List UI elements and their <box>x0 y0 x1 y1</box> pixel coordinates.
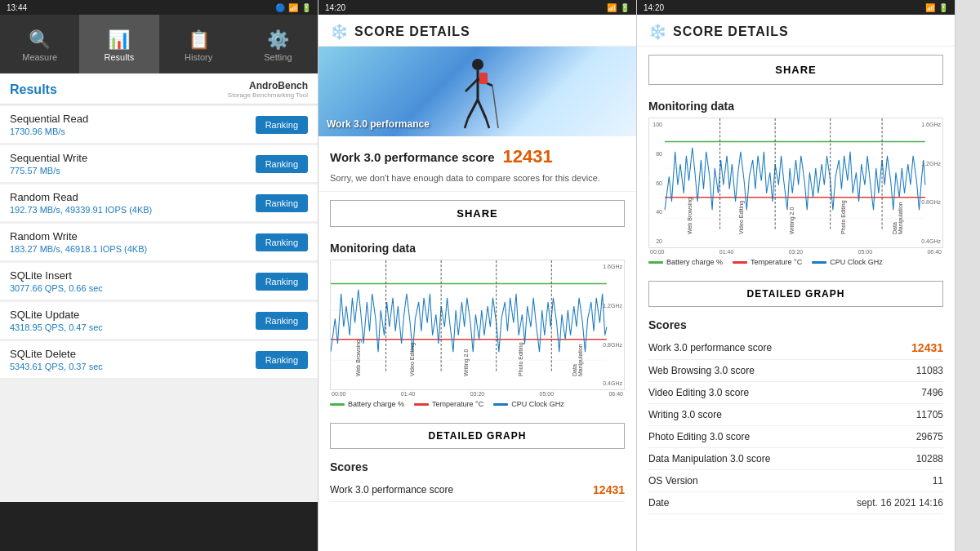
time-3: 14:20 <box>644 3 664 12</box>
score-row: OS Version 11 <box>648 470 943 492</box>
score-row: Work 3.0 performance score 12431 <box>648 336 943 360</box>
status-icons-3: 📶 🔋 <box>925 3 948 12</box>
result-value: 1730.96 MB/s <box>10 127 88 136</box>
result-value: 5343.61 QPS, 0.37 sec <box>10 362 103 371</box>
result-name: SQLite Insert <box>10 269 103 282</box>
chart-legend-3: Battery charge % Temperature °C CPU Cloc… <box>648 258 943 266</box>
results-list: Results AndroBench Storage Benchmarking … <box>0 73 318 502</box>
scores-section-3: Scores Work 3.0 performance score 12431 … <box>637 313 955 519</box>
score-header-text-2: SCORE DETAILS <box>354 24 470 39</box>
ranking-button[interactable]: Ranking <box>256 312 308 330</box>
nav-item-setting[interactable]: ⚙️Setting <box>238 15 318 73</box>
vline-labels-2: Web Browsing Video Editing Writing 2.0 P… <box>331 331 608 376</box>
monitoring-title-2: Monitoring data <box>330 242 625 255</box>
results-title: Results <box>10 82 57 97</box>
score-row-label: Photo Editing 3.0 score <box>648 431 750 442</box>
ranking-button[interactable]: Ranking <box>256 351 308 369</box>
result-name: Sequential Read <box>10 113 88 125</box>
status-bar-2: 14:20 📶 🔋 <box>318 0 636 15</box>
monitoring-section-3: Monitoring data 100 80 60 40 20 <box>637 93 955 274</box>
score-row-value: 10288 <box>916 453 943 464</box>
score-row-label: OS Version <box>648 475 698 487</box>
phone-1: 13:44 🔵 📶 🔋 🔍Measure📊Results📋History⚙️Se… <box>0 0 318 551</box>
monitoring-title-3: Monitoring data <box>648 100 943 113</box>
score-header-2: ❄️ SCORE DETAILS <box>318 15 636 47</box>
share-button-2[interactable]: SHARE <box>330 200 625 227</box>
share-button-3[interactable]: SHARE <box>648 55 943 85</box>
ranking-button[interactable]: Ranking <box>256 273 308 291</box>
chart-yaxis-left-3: 100 80 60 40 20 <box>649 118 662 247</box>
result-name: SQLite Delete <box>10 348 103 360</box>
score-section-2: Work 3.0 performance score 12431 Sorry, … <box>318 136 636 192</box>
work-score-value-2: 12431 <box>593 483 625 496</box>
status-bar-3: 14:20 📶 🔋 <box>637 0 955 15</box>
svg-line-4 <box>468 100 478 118</box>
monitoring-section-2: Monitoring data <box>318 235 636 416</box>
result-name: SQLite Update <box>10 309 103 321</box>
chart-legend-2: Battery charge % Temperature °C CPU Cloc… <box>330 400 625 408</box>
score-number-2: 12431 <box>502 146 552 167</box>
ranking-button[interactable]: Ranking <box>256 155 308 173</box>
score-row-label: Writing 3.0 score <box>648 409 722 420</box>
result-name: Sequential Write <box>10 152 87 164</box>
score-row: Video Editing 3.0 score 7496 <box>648 382 943 404</box>
phone-2: 14:20 📶 🔋 ❄️ SCORE DETAILS <box>318 0 637 551</box>
score-row-value: sept. 16 2021 14:16 <box>857 497 943 509</box>
status-bar-1: 13:44 🔵 📶 🔋 <box>0 0 318 15</box>
detailed-graph-button-3[interactable]: DETAILED GRAPH <box>648 281 943 307</box>
score-row-value: 11083 <box>916 365 943 376</box>
detailed-graph-button-2[interactable]: DETAILED GRAPH <box>330 423 625 449</box>
svg-line-9 <box>492 86 498 128</box>
score-row-label: Date <box>648 497 669 509</box>
svg-line-5 <box>478 100 486 118</box>
chart-3: 100 80 60 40 20 <box>648 118 943 248</box>
scores-container-3: Work 3.0 performance score 12431 Web Bro… <box>648 336 943 514</box>
navigation-bar: 🔍Measure📊Results📋History⚙️Setting <box>0 15 318 73</box>
phone-3: 14:20 📶 🔋 ❄️ SCORE DETAILS SHARE Monitor… <box>637 0 956 551</box>
nav-item-history[interactable]: 📋History <box>159 15 238 73</box>
scores-title-2: Scores <box>330 460 625 473</box>
result-name: Random Read <box>10 191 152 203</box>
score-icon-3: ❄️ <box>648 23 666 41</box>
svg-line-6 <box>465 118 468 128</box>
ranking-button[interactable]: Ranking <box>256 116 308 134</box>
legend-blue-2 <box>493 403 508 406</box>
phone2-scroll[interactable]: ❄️ SCORE DETAILS Work 3.0 performance <box>318 15 636 551</box>
result-row: Random Read 192.73 MB/s, 49339.91 IOPS (… <box>0 184 318 222</box>
svg-line-7 <box>486 118 489 128</box>
legend-blue-3 <box>812 261 826 264</box>
result-name: Random Write <box>10 230 147 242</box>
score-label-2: Work 3.0 performance score <box>330 150 494 164</box>
score-icon-2: ❄️ <box>330 23 348 41</box>
work-score-label-2: Work 3.0 performance score <box>330 484 453 495</box>
result-row: Sequential Write 775.57 MB/s Ranking <box>0 145 318 183</box>
ranking-button[interactable]: Ranking <box>256 194 308 212</box>
hiker-svg <box>445 55 510 136</box>
nav-item-results[interactable]: 📊Results <box>79 15 158 73</box>
score-row-value: 29675 <box>916 431 943 442</box>
legend-red-2 <box>414 403 429 406</box>
svg-rect-8 <box>479 73 488 84</box>
svg-line-2 <box>466 79 478 91</box>
result-row: SQLite Update 4318.95 QPS, 0.47 sec Rank… <box>0 302 318 340</box>
nav-item-measure[interactable]: 🔍Measure <box>0 15 79 73</box>
hero-label: Work 3.0 performance <box>327 118 430 130</box>
status-icons-2: 📶 🔋 <box>607 3 630 12</box>
hero-image-2: Work 3.0 performance <box>318 47 636 136</box>
chart-xaxis-3: 00:00 01:40 03:20 05:00 06:40 <box>648 249 943 255</box>
score-row-value: 7496 <box>921 387 943 398</box>
vline-labels-3: Web Browsing Video Editing Writing 2.0 P… <box>664 189 926 234</box>
score-row-work-2: Work 3.0 performance score 12431 <box>330 478 625 502</box>
chart-xaxis-2: 00:00 01:40 03:20 05:00 06:40 <box>330 391 625 397</box>
phone3-scroll[interactable]: ❄️ SCORE DETAILS SHARE Monitoring data 1… <box>637 15 955 551</box>
ranking-button[interactable]: Ranking <box>256 233 308 251</box>
result-row: Random Write 183.27 MB/s, 46918.1 IOPS (… <box>0 224 318 261</box>
scores-title-3: Scores <box>648 318 943 331</box>
time-1: 13:44 <box>7 3 27 12</box>
status-icons-1: 🔵 📶 🔋 <box>275 3 311 12</box>
score-row-value: 12431 <box>911 341 943 354</box>
score-row-label: Work 3.0 performance score <box>648 342 772 353</box>
score-row: Data Manipulation 3.0 score 10288 <box>648 448 943 470</box>
result-row: SQLite Delete 5343.61 QPS, 0.37 sec Rank… <box>0 341 318 379</box>
result-row: Sequential Read 1730.96 MB/s Ranking <box>0 106 318 144</box>
